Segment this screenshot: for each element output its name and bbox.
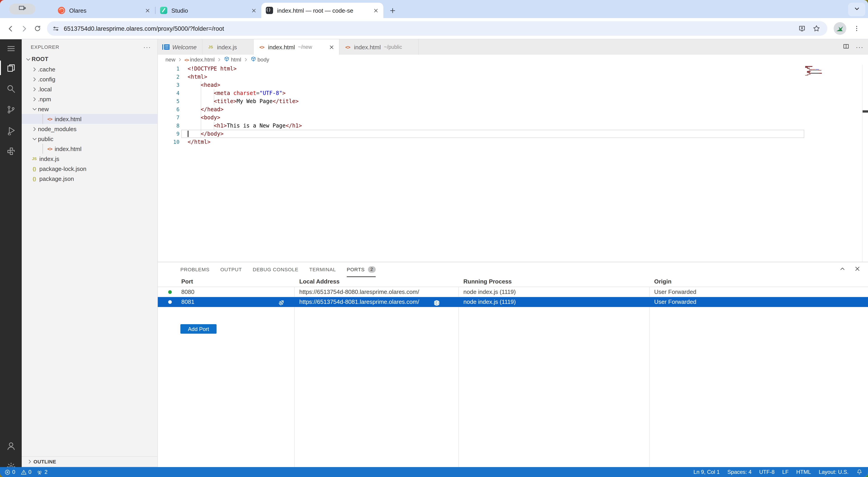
- tree-item-index.html[interactable]: <>index.html: [22, 114, 157, 124]
- status-html[interactable]: HTML: [796, 469, 811, 475]
- code-editor[interactable]: 1<!DOCTYPE html>2<html>3 <head>4 <meta c…: [158, 65, 868, 262]
- editor-tab-index.js[interactable]: JSindex.js: [203, 39, 254, 55]
- panel-tab-terminal[interactable]: TERMINAL: [309, 262, 336, 277]
- browser-tab-studio[interactable]: Studio: [156, 3, 261, 18]
- status-utf-8[interactable]: UTF-8: [759, 469, 775, 475]
- browser-menu-button[interactable]: [851, 23, 863, 34]
- breadcrumb-item-html[interactable]: html: [224, 56, 241, 63]
- tree-item-package.json[interactable]: {}package.json: [22, 174, 157, 184]
- browser-tab-olares[interactable]: Olares: [53, 3, 155, 18]
- browser-tab-index-html-root-code[interactable]: index.html — root — code-se: [261, 3, 383, 18]
- activity-account[interactable]: [0, 436, 22, 456]
- back-button[interactable]: [4, 22, 17, 35]
- port-local-address[interactable]: https://6513754d-8081.laresprime.olares.…: [299, 298, 419, 305]
- activity-source-control[interactable]: [0, 99, 22, 120]
- address-bar[interactable]: 6513754d0.laresprime.olares.com/proxy/50…: [47, 21, 827, 36]
- panel-tab-output[interactable]: OUTPUT: [220, 262, 242, 277]
- line-number: 3: [158, 81, 180, 89]
- status-layout-u-s-[interactable]: Layout: U.S.: [819, 469, 848, 475]
- status-count: 0: [28, 469, 31, 475]
- activity-search[interactable]: [0, 78, 22, 99]
- panel-tab-problems[interactable]: PROBLEMS: [180, 262, 210, 277]
- status-warning[interactable]: 0: [21, 469, 31, 475]
- sidebar-section-outline[interactable]: OUTLINE: [22, 456, 157, 467]
- panel-tab-ports[interactable]: PORTS2: [347, 262, 375, 277]
- bookmark-star-icon[interactable]: [813, 25, 820, 32]
- broadcast-icon: [37, 469, 43, 475]
- new-tab-button[interactable]: [386, 4, 399, 17]
- tree-item-index.html[interactable]: <>index.html: [22, 144, 157, 154]
- add-port-button[interactable]: Add Port: [180, 324, 217, 334]
- port-local-address[interactable]: https://6513754d-8080.laresprime.olares.…: [299, 289, 419, 295]
- tree-label: package-lock.json: [39, 165, 86, 172]
- section-label: OUTLINE: [33, 459, 56, 464]
- tree-item-.config[interactable]: .config: [22, 74, 157, 84]
- code-line-9[interactable]: 9 </body>: [158, 130, 805, 138]
- status-broadcast[interactable]: 2: [37, 469, 48, 475]
- tree-item-package-lock.json[interactable]: {}package-lock.json: [22, 164, 157, 174]
- cube-icon: [224, 56, 230, 62]
- tree-item-index.js[interactable]: JSindex.js: [22, 154, 157, 164]
- code-line-7[interactable]: 7 <body>: [158, 114, 805, 122]
- tab-overview-button[interactable]: [9, 4, 35, 14]
- activity-menu[interactable]: [0, 39, 22, 57]
- profile-avatar[interactable]: [834, 22, 846, 35]
- status-spaces-4[interactable]: Spaces: 4: [727, 469, 752, 475]
- code-line-8[interactable]: 8 <h1>This is a New Page</h1>: [158, 122, 805, 130]
- breadcrumb-item-new[interactable]: new: [165, 57, 176, 63]
- status-count: 2: [44, 469, 48, 475]
- tree-section-root[interactable]: ROOT: [22, 54, 157, 64]
- ports-table: Port Local Address Running Process Origi…: [158, 277, 868, 477]
- explorer-actions-icon[interactable]: ···: [143, 43, 151, 51]
- breadcrumb-item-index.html[interactable]: <>index.html: [184, 57, 215, 63]
- tab-close-icon[interactable]: [373, 7, 379, 13]
- stop-forwarding-icon[interactable]: [278, 300, 284, 307]
- port-row-8080[interactable]: 8080https://6513754d-8080.laresprime.ola…: [158, 287, 868, 297]
- tree-item-public[interactable]: public: [22, 134, 157, 144]
- forward-button[interactable]: [17, 22, 31, 35]
- status-lf[interactable]: LF: [782, 469, 789, 475]
- reload-button[interactable]: [31, 22, 44, 35]
- code-line-5[interactable]: 5 <title>My Web Page</title>: [158, 97, 805, 106]
- breadcrumb-item-body[interactable]: body: [250, 56, 269, 63]
- tree-item-.npm[interactable]: .npm: [22, 94, 157, 104]
- code-line-3[interactable]: 3 <head>: [158, 81, 805, 89]
- tab-close-icon[interactable]: [251, 7, 257, 13]
- code-line-6[interactable]: 6 </head>: [158, 106, 805, 114]
- activity-extensions[interactable]: [0, 141, 22, 161]
- site-info-icon[interactable]: [53, 25, 59, 32]
- port-row-8081[interactable]: 8081 https://6513754d-8081.laresprime.ol…: [158, 297, 868, 307]
- editor-tab-index.html-new[interactable]: <>index.html~/new: [254, 39, 340, 55]
- install-app-icon[interactable]: [798, 25, 806, 32]
- tab-close-icon[interactable]: [145, 7, 151, 13]
- panel-maximize-icon[interactable]: [839, 265, 846, 274]
- tree-item-new[interactable]: new: [22, 104, 157, 114]
- editor-more-actions-icon[interactable]: ···: [856, 43, 864, 51]
- status-error[interactable]: 0: [4, 469, 15, 475]
- notifications-bell-icon[interactable]: [856, 469, 863, 475]
- tab-search-button[interactable]: [848, 3, 865, 16]
- x-icon: [373, 7, 379, 13]
- editor-tab-index.html-public[interactable]: <>index.html~/public: [340, 39, 418, 55]
- activity-debug[interactable]: [0, 120, 22, 141]
- tree-item-node-modules[interactable]: node_modules: [22, 124, 157, 134]
- editor-tab-Welcome[interactable]: Welcome: [158, 39, 203, 55]
- code-line-4[interactable]: 4 <meta charset="UTF-8">: [158, 89, 805, 97]
- code-line-2[interactable]: 2<html>: [158, 73, 805, 81]
- breadcrumb[interactable]: new<>index.htmlhtmlbody: [158, 55, 868, 65]
- panel-tab-debug-console[interactable]: DEBUG CONSOLE: [253, 262, 298, 277]
- tree-item-.local[interactable]: .local: [22, 84, 157, 94]
- code-line-1[interactable]: 1<!DOCTYPE html>: [158, 65, 805, 73]
- status-ln-9-col-1[interactable]: Ln 9, Col 1: [693, 469, 720, 475]
- minimap[interactable]: [805, 66, 860, 76]
- code-line-10[interactable]: 10</html>: [158, 138, 805, 146]
- tree-item-.cache[interactable]: .cache: [22, 64, 157, 74]
- preview-in-editor-icon[interactable]: [434, 300, 440, 307]
- split-editor-icon[interactable]: [843, 43, 849, 51]
- url-text[interactable]: 6513754d0.laresprime.olares.com/proxy/50…: [64, 25, 224, 32]
- tab-close-icon[interactable]: [329, 44, 335, 50]
- activity-files[interactable]: [0, 57, 22, 78]
- symbol-element-icon: [224, 56, 230, 63]
- panel-close-icon[interactable]: [854, 265, 861, 274]
- tab-title: Studio: [171, 7, 247, 14]
